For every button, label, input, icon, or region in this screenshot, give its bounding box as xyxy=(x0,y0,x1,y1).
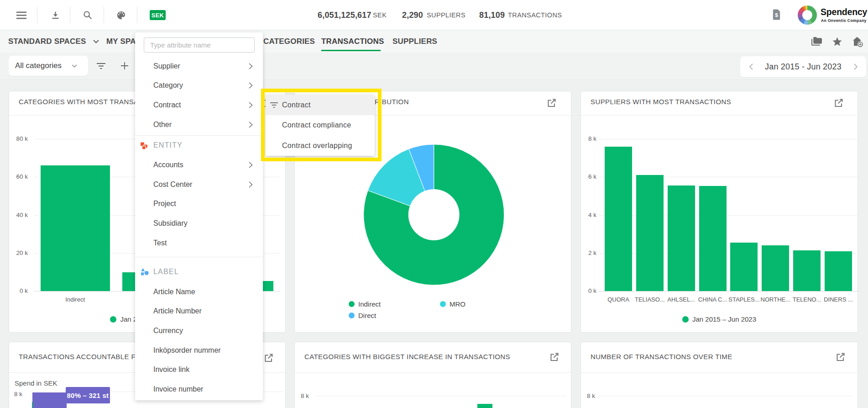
dashboard-grid: CATEGORIES WITH MOST TRANSA 0 k20 k40 k6… xyxy=(0,80,868,408)
panel-item-supplier[interactable]: Supplier xyxy=(135,57,263,76)
chevron-right-icon xyxy=(249,102,253,108)
add-dashboard-button[interactable] xyxy=(852,36,863,48)
purple-spend-bar[interactable] xyxy=(32,392,67,408)
bar-AHLSEL...[interactable] xyxy=(668,185,695,291)
date-prev-button[interactable] xyxy=(740,56,761,77)
open-external-icon[interactable] xyxy=(836,352,846,362)
legend-dot xyxy=(682,316,689,323)
bar-TELIASO...[interactable] xyxy=(636,175,664,291)
panel-item-cost-center[interactable]: Cost Center xyxy=(135,175,263,194)
home-add-icon xyxy=(852,36,863,48)
bar-STAPLES...[interactable] xyxy=(730,243,758,291)
hamburger-icon xyxy=(16,11,26,19)
spaces-nav: STANDARD SPACES MY SPACES CATEGORIES TRA… xyxy=(0,30,868,53)
panel-item-label: Currency xyxy=(153,327,183,335)
card-categories-biggest-increase: CATEGORIES WITH BIGGEST INCREASE IN TRAN… xyxy=(294,342,571,408)
nav-categories[interactable]: CATEGORIES xyxy=(263,30,315,53)
panel-item-contract[interactable]: Contract xyxy=(135,95,263,115)
legend-dot xyxy=(349,313,355,318)
theme-button[interactable] xyxy=(115,0,127,30)
card-title: NUMBER OF TRANSACTIONS OVER TIME xyxy=(591,353,732,360)
card-transactions-over-time: NUMBER OF TRANSACTIONS OVER TIME 8 k xyxy=(580,342,858,408)
panel-item-label: Cost Center xyxy=(153,180,192,189)
nav-standard-spaces[interactable]: STANDARD SPACES xyxy=(8,30,99,53)
spaces-folder-button[interactable] xyxy=(810,36,822,48)
nav-categories-label: CATEGORIES xyxy=(263,37,315,46)
legend-item-mro[interactable]: MRO xyxy=(440,300,465,308)
menu-button[interactable] xyxy=(15,0,27,30)
y-tick-label: 0 k xyxy=(9,287,28,294)
card-title: TRANSACTIONS ACCOUNTABLE F xyxy=(19,353,136,360)
date-next-button[interactable] xyxy=(845,56,866,77)
filter-icon xyxy=(97,63,105,69)
nav-transactions[interactable]: TRANSACTIONS xyxy=(321,30,384,53)
submenu-item-label: Contract overlapping xyxy=(282,142,352,150)
panel-item-ink-psorder-nummer[interactable]: Inköpsorder nummer xyxy=(135,341,263,360)
panel-item-invoice-link[interactable]: Invoice link xyxy=(135,360,263,379)
panel-item-test[interactable]: Test xyxy=(135,233,263,253)
chevron-right-icon xyxy=(249,63,253,69)
legend-dot xyxy=(110,316,116,323)
category-filter-select[interactable]: All categories xyxy=(9,56,88,76)
panel-item-accounts[interactable]: Accounts xyxy=(135,155,263,175)
panel-item-project[interactable]: Project xyxy=(135,194,263,213)
invoice-document-icon: $ xyxy=(771,8,782,22)
brand-tagline: An Onventis Company xyxy=(821,18,867,23)
y-tick-label: 6 k xyxy=(581,173,596,180)
date-range-label[interactable]: Jan 2015 - Jun 2023 xyxy=(765,62,842,72)
open-external-icon[interactable] xyxy=(834,98,844,108)
nav-suppliers-label: SUPPLIERS xyxy=(392,37,437,46)
filter-button[interactable] xyxy=(94,56,108,76)
label-icon xyxy=(140,267,149,276)
legend-label: Jan 2015 – Jun 2023 xyxy=(692,315,756,323)
submenu-item-contract-overlapping[interactable]: Contract overlapping xyxy=(266,135,375,156)
entity-icon xyxy=(140,141,149,150)
legend-item-indirect[interactable]: Indirect xyxy=(349,300,381,308)
download-button[interactable] xyxy=(49,0,61,30)
nav-transactions-label: TRANSACTIONS xyxy=(321,37,384,46)
legend-item-direct[interactable]: Direct xyxy=(349,312,376,319)
stat-transactions: 81,109 xyxy=(479,11,505,20)
x-tick-label: DINERS ... xyxy=(811,296,866,303)
palette-icon xyxy=(116,10,126,21)
bar-tooltip: 80% – 321 st xyxy=(66,387,110,403)
open-external-icon[interactable] xyxy=(264,353,274,363)
bar-QUORA[interactable] xyxy=(605,147,632,291)
chevron-right-icon xyxy=(854,64,858,70)
chevron-right-icon xyxy=(249,122,253,128)
add-filter-button[interactable] xyxy=(118,56,131,76)
open-external-icon[interactable] xyxy=(549,352,559,362)
panel-divider xyxy=(135,257,263,257)
panel-item-category[interactable]: Category xyxy=(135,76,263,95)
panel-item-currency[interactable]: Currency xyxy=(135,321,263,340)
bar-TELENO...[interactable] xyxy=(793,250,821,291)
bar-DINERS ...[interactable] xyxy=(825,251,852,291)
y-tick-label: 8 k xyxy=(587,392,595,399)
nav-suppliers[interactable]: SUPPLIERS xyxy=(392,30,437,53)
favorites-button[interactable] xyxy=(831,36,843,48)
submenu-item-contract-compliance[interactable]: Contract compliance xyxy=(266,115,375,136)
panel-item-invoice-number[interactable]: Invoice number xyxy=(135,380,263,399)
y-tick-label: 2 k xyxy=(581,249,596,256)
bar-Indirect[interactable] xyxy=(41,165,110,291)
panel-item-label: Accounts xyxy=(153,161,183,169)
bar-NORTHE...[interactable] xyxy=(762,245,789,291)
submenu-item-contract[interactable]: Contract xyxy=(266,95,375,115)
search-button[interactable] xyxy=(82,0,94,30)
green-bar[interactable] xyxy=(477,404,492,408)
currency-badge[interactable]: SEK xyxy=(150,10,166,20)
logo-ring-hole xyxy=(802,10,812,20)
card-header: CATEGORIES WITH BIGGEST INCREASE IN TRAN… xyxy=(295,342,571,373)
panel-item-label: Category xyxy=(153,81,183,90)
panel-section-label: LABEL xyxy=(135,262,263,281)
y-tick-label: 8 k xyxy=(301,392,309,399)
attribute-search-input[interactable] xyxy=(144,37,255,53)
bar-CHINA C...[interactable] xyxy=(699,186,727,291)
panel-item-article-number[interactable]: Article Number xyxy=(135,302,263,321)
stat-suppliers-label: SUPPLIERS xyxy=(427,11,465,19)
panel-item-article-name[interactable]: Article Name xyxy=(135,282,263,302)
panel-item-subsidiary[interactable]: Subsidiary xyxy=(135,214,263,233)
panel-item-other[interactable]: Other xyxy=(135,115,263,134)
y-tick-label: 8 k xyxy=(14,391,22,397)
invoice-button[interactable]: $ xyxy=(770,0,782,30)
